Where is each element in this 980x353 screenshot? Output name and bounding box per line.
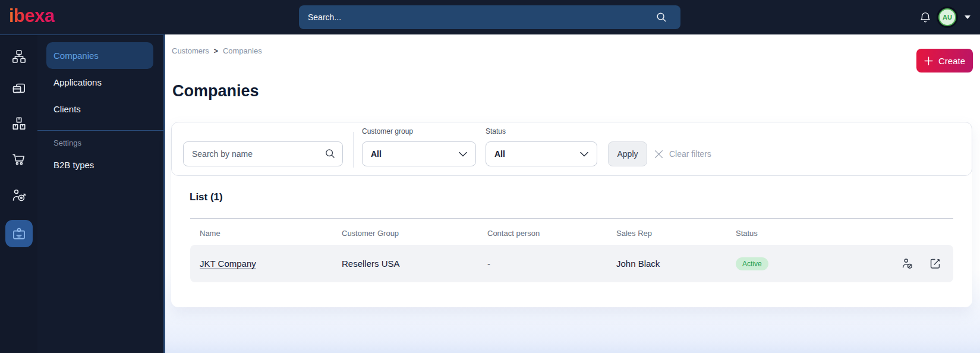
breadcrumb-item-customers[interactable]: Customers xyxy=(172,46,209,55)
global-search-input[interactable] xyxy=(299,5,680,29)
cell-customer-group: Resellers USA xyxy=(342,259,487,269)
icon-rail xyxy=(0,34,37,353)
status-value: All xyxy=(494,149,505,159)
list-title: List (1) xyxy=(190,191,223,203)
cell-sales-rep: John Black xyxy=(616,259,736,269)
filter-divider xyxy=(353,132,354,168)
clear-x-icon xyxy=(654,150,663,159)
customer-badge-icon xyxy=(11,226,27,241)
search-icon[interactable] xyxy=(656,11,667,23)
chevron-down-icon xyxy=(580,152,588,157)
filter-search xyxy=(183,141,343,166)
clear-filters-label: Clear filters xyxy=(669,149,711,159)
clear-filters-button[interactable]: Clear filters xyxy=(654,141,711,166)
rail-item-commerce[interactable] xyxy=(5,146,33,173)
filter-search-input[interactable] xyxy=(183,141,343,166)
column-header-status: Status xyxy=(736,229,875,238)
global-search xyxy=(299,5,680,29)
table-row[interactable]: JKT Company Resellers USA - John Black A… xyxy=(190,245,953,282)
rail-item-content-tree[interactable] xyxy=(5,43,33,70)
apply-button[interactable]: Apply xyxy=(608,141,647,166)
edit-icon xyxy=(929,257,941,270)
content-tree-icon xyxy=(11,49,27,64)
rail-item-customer-portal[interactable] xyxy=(5,220,33,247)
commerce-cart-icon xyxy=(11,152,27,167)
topbar-right: AU xyxy=(919,0,970,34)
column-header-contact-person: Contact person xyxy=(487,229,616,238)
sidebar-item-applications[interactable]: Applications xyxy=(46,69,153,96)
search-icon[interactable] xyxy=(324,148,336,159)
product-catalog-icon xyxy=(11,116,27,131)
breadcrumb-item-companies: Companies xyxy=(223,46,262,55)
chevron-down-icon xyxy=(459,152,467,157)
column-header-customer-group: Customer Group xyxy=(342,229,487,238)
sidebar: Companies Applications Clients Settings … xyxy=(37,34,165,353)
ibexa-logo[interactable]: ibexa xyxy=(9,5,55,27)
sidebar-item-b2b-types[interactable]: B2B types xyxy=(46,152,153,178)
deactivate-user-button[interactable] xyxy=(901,257,913,270)
cell-contact-person: - xyxy=(487,259,616,269)
list-top-rule xyxy=(190,218,953,219)
user-block-icon xyxy=(901,257,913,270)
edit-button[interactable] xyxy=(929,257,941,270)
create-button-label: Create xyxy=(938,56,965,66)
column-header-name: Name xyxy=(200,229,342,238)
sidebar-item-clients[interactable]: Clients xyxy=(46,96,153,122)
topbar: ibexa AU xyxy=(0,0,980,34)
status-select[interactable]: All xyxy=(486,141,597,166)
plus-icon xyxy=(924,56,933,65)
rail-item-pages[interactable] xyxy=(5,75,33,103)
customer-group-label: Customer group xyxy=(362,127,413,135)
chevron-down-icon[interactable] xyxy=(965,15,970,19)
cell-actions xyxy=(875,257,941,270)
main-content: Customers > Companies Create Companies xyxy=(165,34,980,353)
rail-item-personalization[interactable] xyxy=(5,182,33,209)
rail-item-product-catalog[interactable] xyxy=(5,110,33,137)
filter-bar: Customer group All Status All xyxy=(171,122,972,176)
status-label: Status xyxy=(486,127,506,135)
personalization-target-icon xyxy=(11,188,27,203)
page-title: Companies xyxy=(172,82,259,100)
company-name-link[interactable]: JKT Company xyxy=(200,259,256,269)
app-root: ibexa AU xyxy=(0,0,980,353)
cell-name: JKT Company xyxy=(200,259,342,269)
status-badge: Active xyxy=(736,257,768,270)
cell-status: Active xyxy=(736,257,875,270)
table-header: Name Customer Group Contact person Sales… xyxy=(190,229,953,238)
pages-icon xyxy=(11,81,27,97)
sidebar-item-companies[interactable]: Companies xyxy=(46,42,153,69)
customer-group-select[interactable]: All xyxy=(362,141,476,166)
sidebar-section-settings: Settings xyxy=(37,131,163,150)
breadcrumb-separator: > xyxy=(214,47,218,55)
content-card: Customer group All Status All xyxy=(171,122,972,307)
notifications-bell-icon[interactable] xyxy=(919,11,932,24)
breadcrumb: Customers > Companies xyxy=(172,46,262,55)
user-avatar[interactable]: AU xyxy=(938,8,956,26)
column-header-sales-rep: Sales Rep xyxy=(616,229,736,238)
customer-group-value: All xyxy=(371,149,382,159)
create-button[interactable]: Create xyxy=(916,49,973,73)
